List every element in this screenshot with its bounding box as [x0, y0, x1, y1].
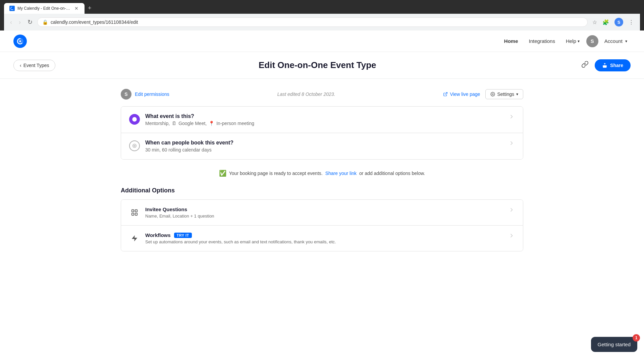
what-event-icon: [129, 114, 140, 125]
share-button[interactable]: Share: [595, 59, 631, 71]
profile-button[interactable]: S: [612, 16, 625, 28]
svg-rect-10: [132, 213, 134, 215]
svg-point-6: [133, 144, 137, 148]
svg-point-5: [132, 117, 137, 121]
tab-title: My Calendly - Edit One-on-One...: [17, 6, 71, 11]
status-message: Your booking page is ready to accept eve…: [229, 171, 323, 176]
header-actions: Share: [579, 59, 631, 72]
browser-tabs: My Calendly - Edit One-on-One... ✕ +: [4, 3, 640, 14]
svg-rect-8: [132, 210, 134, 212]
option-cards: Invitee Questions Name, Email, Location …: [121, 199, 523, 251]
svg-point-2: [19, 40, 21, 42]
back-button[interactable]: ‹: [8, 17, 14, 27]
extensions-button[interactable]: 🧩: [600, 18, 611, 27]
browser-chrome: My Calendly - Edit One-on-One... ✕ + ‹ ›…: [0, 0, 644, 31]
browser-tab-active[interactable]: My Calendly - Edit One-on-One... ✕: [4, 3, 85, 14]
settings-chevron-icon: ▾: [516, 92, 518, 97]
getting-started-badge: 1: [633, 334, 640, 342]
status-suffix: or add additional options below.: [359, 171, 425, 176]
view-live-label: View live page: [450, 92, 480, 97]
option-card-invitee-questions[interactable]: Invitee Questions Name, Email, Location …: [121, 200, 523, 226]
what-event-title: What event is this?: [145, 113, 508, 119]
toolbar-actions: ☆ 🧩 S ⋮: [590, 16, 636, 28]
try-it-badge[interactable]: TRY IT: [174, 233, 192, 238]
event-card-what[interactable]: What event is this? Mentorship, 🗓 Google…: [121, 107, 523, 133]
when-event-icon: [129, 140, 140, 151]
workflows-content: Workflows TRY IT Set up automations arou…: [145, 232, 508, 244]
tab-close-button[interactable]: ✕: [74, 5, 79, 12]
additional-options-section: Additional Options Invitee Qu: [121, 187, 523, 251]
additional-options-title: Additional Options: [121, 187, 523, 194]
invitee-questions-icon: [129, 207, 140, 218]
workflows-title: Workflows: [145, 232, 171, 238]
page: Home Integrations Help ▾ S Account ▾ ‹ E…: [0, 31, 644, 362]
what-event-content: What event is this? Mentorship, 🗓 Google…: [145, 113, 508, 126]
svg-point-7: [134, 145, 135, 146]
back-arrow-icon: ‹: [20, 63, 21, 68]
reload-button[interactable]: ↻: [25, 17, 35, 27]
status-check-icon: ✅: [219, 170, 226, 177]
logo-icon: [13, 35, 27, 48]
forward-button[interactable]: ›: [17, 17, 23, 27]
permissions-bar: S Edit permissions Last edited 8 October…: [121, 89, 523, 100]
nav-account[interactable]: Account ▾: [601, 36, 631, 46]
permissions-avatar: S: [121, 89, 131, 100]
getting-started-widget[interactable]: Getting started 1: [591, 337, 637, 352]
account-chevron-icon: ▾: [625, 39, 627, 44]
workflows-icon: [129, 233, 140, 244]
workflows-subtitle: Set up automations around your events, s…: [145, 239, 508, 244]
page-title: Edit One-on-One Event Type: [55, 60, 579, 70]
invitee-questions-subtitle: Name, Email, Location + 1 question: [145, 214, 508, 219]
page-actions: View live page Settings ▾: [443, 89, 523, 99]
content: S Edit permissions Last edited 8 October…: [107, 79, 537, 261]
event-card-when[interactable]: When can people book this event? 30 min,…: [121, 133, 523, 159]
lock-icon: 🔒: [42, 19, 48, 25]
more-button[interactable]: ⋮: [627, 18, 636, 27]
when-event-chevron-icon: [508, 140, 515, 146]
when-event-content: When can people book this event? 30 min,…: [145, 140, 508, 153]
invitee-chevron-icon: [508, 206, 515, 213]
event-cards: What event is this? Mentorship, 🗓 Google…: [121, 106, 523, 160]
svg-rect-9: [135, 210, 137, 212]
when-event-subtitle: 30 min, 60 rolling calendar days: [145, 147, 508, 153]
nav-integrations[interactable]: Integrations: [525, 36, 559, 47]
what-event-subtitle: Mentorship, 🗓 Google Meet, 📍 In-person m…: [145, 121, 508, 126]
browser-toolbar: ‹ › ↻ 🔒 ☆ 🧩 S ⋮: [4, 14, 640, 31]
tab-favicon: [9, 6, 15, 11]
top-nav: Home Integrations Help ▾ S Account ▾: [0, 31, 644, 52]
svg-point-4: [492, 94, 494, 95]
nav-links: Home Integrations Help ▾ S Account ▾: [500, 35, 631, 47]
bookmark-button[interactable]: ☆: [590, 18, 599, 27]
new-tab-button[interactable]: +: [85, 3, 94, 14]
edit-permissions-link[interactable]: Edit permissions: [135, 92, 169, 97]
workflows-chevron-icon: [508, 232, 515, 239]
address-bar[interactable]: 🔒: [37, 17, 588, 27]
view-live-page-link[interactable]: View live page: [443, 92, 480, 97]
share-your-link-link[interactable]: Share your link: [325, 171, 357, 176]
copy-link-button[interactable]: [579, 59, 591, 72]
profile-avatar-small: S: [614, 18, 623, 26]
what-event-chevron-icon: [508, 113, 515, 120]
settings-button[interactable]: Settings ▾: [485, 89, 523, 99]
settings-label: Settings: [497, 92, 514, 97]
nav-home[interactable]: Home: [500, 36, 522, 47]
nav-help[interactable]: Help ▾: [562, 36, 584, 47]
when-event-title: When can people book this event?: [145, 140, 508, 146]
last-edited-text: Last edited 8 October 2023.: [169, 92, 443, 97]
back-to-event-types-button[interactable]: ‹ Event Types: [13, 60, 55, 71]
getting-started-label: Getting started: [598, 342, 631, 347]
invitee-questions-title: Invitee Questions: [145, 206, 187, 212]
page-header: ‹ Event Types Edit One-on-One Event Type…: [0, 52, 644, 79]
logo: [13, 35, 27, 48]
svg-marker-12: [132, 235, 138, 241]
option-card-workflows[interactable]: Workflows TRY IT Set up automations arou…: [121, 226, 523, 251]
svg-rect-11: [135, 213, 137, 215]
status-bar: ✅ Your booking page is ready to accept e…: [121, 170, 523, 177]
url-input[interactable]: [51, 19, 583, 25]
svg-line-3: [445, 93, 447, 95]
invitee-questions-content: Invitee Questions Name, Email, Location …: [145, 206, 508, 219]
help-chevron-icon: ▾: [578, 39, 580, 44]
nav-avatar: S: [586, 35, 598, 47]
